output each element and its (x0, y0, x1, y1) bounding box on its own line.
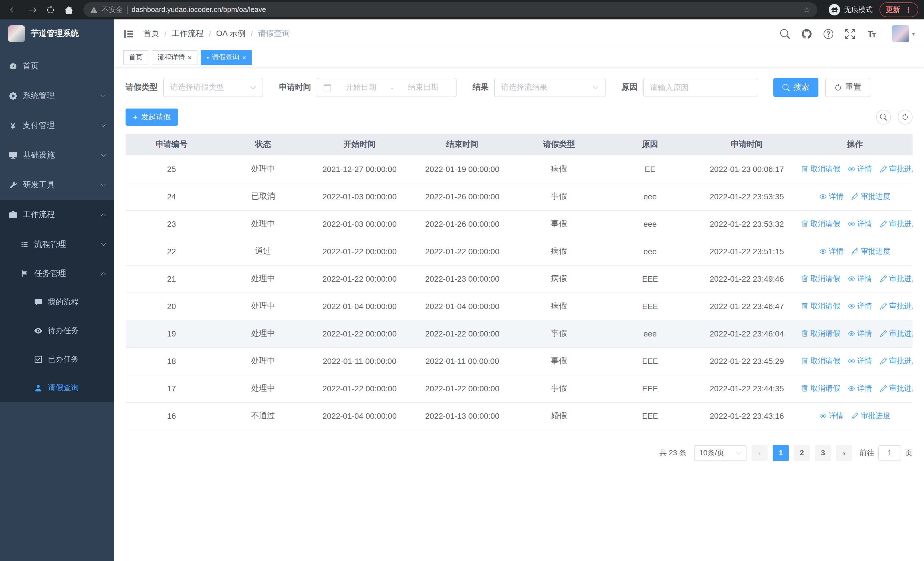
flag-icon (20, 269, 29, 277)
url-text[interactable]: dashboard.yudao.iocoder.cn/bpm/oa/leave (132, 6, 266, 14)
sidebar-item-todo-tasks[interactable]: 待办任务 (0, 316, 114, 345)
start-date-input[interactable]: 开始日期 (334, 82, 387, 93)
user-menu[interactable]: ▾ (892, 25, 915, 42)
approval-progress-link[interactable]: 审批进度 (880, 301, 913, 311)
home-button[interactable] (60, 2, 76, 18)
toggle-search-button[interactable] (876, 110, 891, 125)
sidebar-item-payment[interactable]: ¥ 支付管理 (0, 111, 114, 141)
prev-page-button[interactable]: ‹ (752, 445, 768, 461)
search-icon[interactable] (780, 29, 790, 39)
breadcrumb-oa-example[interactable]: OA 示例 (216, 29, 246, 39)
tab-leave-query[interactable]: ● 请假查询 × (201, 50, 252, 65)
cancel-leave-link[interactable]: 取消请假 (801, 219, 840, 229)
sidebar-item-workflow[interactable]: 工作流程 (0, 200, 114, 230)
reload-button[interactable] (42, 2, 58, 18)
search-button[interactable]: 搜索 (773, 78, 818, 97)
page-size-select[interactable]: 10条/页 (694, 445, 747, 461)
sidebar-item-dev-tools[interactable]: 研发工具 (0, 170, 114, 200)
table-row: 18处理中2022-01-11 00:00:002022-01-11 00:00… (126, 347, 913, 375)
table-cell: 2021-12-27 00:00:00 (309, 155, 410, 183)
result-select[interactable]: 请选择流结果 (494, 78, 606, 97)
close-icon[interactable]: × (188, 54, 192, 61)
font-size-icon[interactable] (867, 29, 877, 39)
browser-menu-icon[interactable]: ⋮ (904, 5, 912, 14)
cancel-leave-link[interactable]: 取消请假 (801, 301, 840, 311)
chevron-down-icon (250, 84, 256, 90)
sidebar-item-task-mgmt[interactable]: 任务管理 (0, 259, 114, 288)
detail-link[interactable]: 详情 (848, 328, 872, 339)
sidebar-item-my-process[interactable]: 我的流程 (0, 288, 114, 316)
approval-progress-link[interactable]: 审批进度 (880, 328, 913, 339)
breadcrumb-home[interactable]: 首页 (143, 29, 159, 39)
sidebar-item-process-mgmt[interactable]: 流程管理 (0, 230, 114, 259)
detail-link[interactable]: 详情 (848, 164, 872, 174)
tab-home[interactable]: 首页 (123, 50, 148, 65)
detail-link[interactable]: 详情 (848, 301, 872, 311)
sidebar-item-home[interactable]: 首页 (0, 51, 114, 81)
url-bar[interactable]: 不安全 dashboard.yudao.iocoder.cn/bpm/oa/le… (83, 2, 817, 17)
detail-link[interactable]: 详情 (848, 274, 872, 284)
goto-page-input[interactable] (878, 445, 901, 461)
sidebar-item-leave-query[interactable]: 请假查询 (0, 374, 114, 402)
browser-update-button[interactable]: 更新 ⋮ (879, 2, 918, 17)
approval-progress-link[interactable]: 审批进度 (880, 274, 913, 284)
refresh-table-button[interactable] (898, 110, 913, 125)
detail-link[interactable]: 详情 (819, 191, 843, 202)
detail-link[interactable]: 详情 (848, 219, 872, 229)
approval-progress-link[interactable]: 审批进度 (880, 384, 913, 394)
cancel-leave-link[interactable]: 取消请假 (801, 384, 840, 394)
table-cell: 病假 (514, 155, 604, 183)
date-range-picker[interactable]: 开始日期 - 结束日期 (317, 78, 457, 97)
tab-process-detail[interactable]: 流程详情 × (152, 50, 198, 65)
reason-input[interactable] (644, 78, 757, 96)
trash-icon (801, 303, 808, 310)
page-button-2[interactable]: 2 (794, 445, 810, 461)
sidebar-item-done-tasks[interactable]: 已办任务 (0, 345, 114, 374)
total-count: 共 23 条 (660, 448, 687, 458)
approval-progress-link[interactable]: 审批进度 (852, 246, 890, 257)
help-icon[interactable] (824, 29, 833, 39)
sidebar-item-infra[interactable]: 基础设施 (0, 141, 114, 170)
sidebar-item-system[interactable]: 系统管理 (0, 81, 114, 111)
reset-button[interactable]: 重置 (825, 78, 870, 97)
page-button-3[interactable]: 3 (815, 445, 831, 461)
breadcrumb-workflow[interactable]: 工作流程 (172, 29, 204, 39)
filter-form: 请假类型 请选择请假类型 申请时间 开始日期 - 结束日期 (126, 78, 913, 97)
github-icon[interactable] (802, 29, 812, 39)
bookmark-star-icon[interactable]: ☆ (803, 5, 810, 14)
sidebar-collapse-button[interactable] (123, 28, 134, 39)
approval-progress-link[interactable]: 审批进度 (880, 219, 913, 229)
end-date-input[interactable]: 结束日期 (397, 82, 450, 93)
back-button[interactable] (6, 2, 22, 18)
leave-type-select[interactable]: 请选择请假类型 (163, 78, 263, 97)
approval-progress-link[interactable]: 审批进度 (880, 356, 913, 366)
detail-link[interactable]: 详情 (819, 246, 843, 257)
create-leave-button[interactable]: + 发起请假 (126, 108, 178, 126)
detail-link[interactable]: 详情 (819, 411, 843, 421)
search-icon (880, 114, 887, 120)
cancel-leave-link[interactable]: 取消请假 (801, 328, 840, 339)
app-logo[interactable]: 芋道管理系统 (0, 20, 114, 48)
security-label[interactable]: 不安全 (102, 5, 123, 15)
detail-link[interactable]: 详情 (848, 384, 872, 394)
fullscreen-icon[interactable] (845, 29, 855, 39)
detail-link[interactable]: 详情 (848, 356, 872, 366)
approval-progress-link[interactable]: 审批进度 (852, 191, 890, 202)
filter-result: 结果 请选择流结果 (472, 78, 606, 97)
approval-progress-link[interactable]: 审批进度 (852, 411, 890, 421)
cancel-leave-link[interactable]: 取消请假 (801, 274, 840, 284)
table-cell: 18 (126, 347, 218, 375)
table-cell: 2022-01-22 23:44:35 (696, 375, 797, 402)
close-icon[interactable]: × (242, 54, 246, 61)
table-cell: 2022-01-22 23:43:16 (696, 402, 797, 430)
logo-avatar (8, 25, 25, 42)
page-button-1[interactable]: 1 (773, 445, 789, 461)
cancel-leave-link[interactable]: 取消请假 (801, 164, 840, 174)
next-page-button[interactable]: › (836, 445, 852, 461)
table-cell: 2022-01-22 00:00:00 (410, 320, 514, 347)
security-warning-icon (90, 6, 98, 14)
forward-button[interactable] (24, 2, 40, 18)
cancel-leave-link[interactable]: 取消请假 (801, 356, 840, 366)
approval-progress-link[interactable]: 审批进度 (880, 164, 913, 174)
table-cell: 24 (126, 183, 218, 210)
